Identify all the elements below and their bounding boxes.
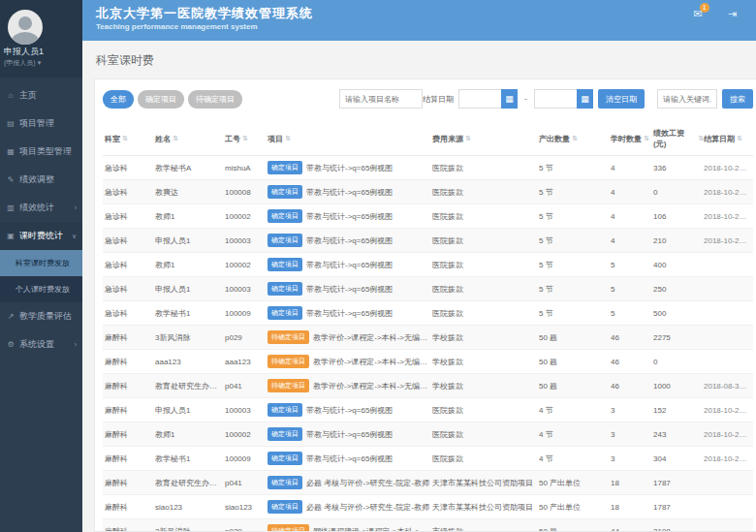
stats-icon: ▥ <box>6 203 16 212</box>
cell-source: 医院拨款 <box>432 308 539 319</box>
cell-pay: 250 <box>653 285 704 294</box>
sidebar-subitem[interactable]: 个人课时费发放 <box>0 276 82 302</box>
table-row[interactable]: 麻醉科 教师1 100002 确定项目 带教与统计->q=65例视图 医院拨款 … <box>103 422 753 447</box>
date-end-input[interactable] <box>534 89 577 109</box>
calendar-icon[interactable]: ▦ <box>501 89 518 109</box>
envelope-icon[interactable]: ✉1 <box>694 8 703 20</box>
search-button[interactable]: 搜索 <box>722 89 753 109</box>
sidebar-item-settings[interactable]: ⚙ 系统设置 › <box>0 330 82 359</box>
status-badge: 确定项目 <box>268 452 302 465</box>
clear-date-button[interactable]: 清空日期 <box>598 89 645 109</box>
sidebar-item-project[interactable]: ▤ 项目管理 <box>0 110 82 138</box>
cell-dept: 麻醉科 <box>105 454 155 464</box>
table-row[interactable]: 麻醉科 aaa123 aaa123 待确定项目 教学评价->课程定->本科->无… <box>103 350 753 374</box>
sidebar-item-adjust[interactable]: ✎ 绩效调整 <box>0 166 82 194</box>
table-row[interactable]: 麻醉科 siao123 siao123 确定项目 必题 考核与评价->研究生-院… <box>103 495 753 519</box>
cell-source: 医院拨款 <box>432 235 539 246</box>
date-start-input[interactable] <box>458 89 501 109</box>
sort-icon: ⇅ <box>465 135 471 142</box>
status-badge: 确定项目 <box>268 185 302 199</box>
cell-source: 天津市某某科技公司资助项目 <box>432 502 539 513</box>
avatar <box>8 10 43 45</box>
table-row[interactable]: 急诊科 教师1 100002 确定项目 带教与统计->q=65例视图 医院拨款 … <box>103 253 753 277</box>
cell-dept: 急诊科 <box>105 284 155 295</box>
table-row[interactable]: 麻醉科 教育处研究生办公室A p041 确定项目 必题 考核与评价->研究生-院… <box>103 471 753 495</box>
column-header[interactable]: 项目 ⇅ <box>268 134 432 144</box>
settings-icon: ⚙ <box>6 340 16 349</box>
sidebar-item-stats[interactable]: ▥ 绩效统计 › <box>0 194 82 222</box>
cell-project: 待确定项目 教学评价->课程定->本科->无编制人 <box>268 355 432 368</box>
sidebar-item-home[interactable]: ⌂ 主页 <box>0 81 82 110</box>
cell-source: 学校拨款 <box>432 381 539 391</box>
cell-employee-id: p041 <box>225 382 268 391</box>
user-panel[interactable]: 申报人员1 (申报人员) ▾ <box>0 0 82 78</box>
sidebar-item-fee-stats[interactable]: ▣ 课时费统计 ∨ <box>0 222 82 250</box>
calendar-icon[interactable]: ▦ <box>577 89 593 109</box>
table-row[interactable]: 急诊科 教师1 100002 确定项目 带教与统计->q=65例视图 医院拨款 … <box>103 204 753 229</box>
cell-name: 教育处研究生办公室A <box>155 478 225 488</box>
column-header[interactable]: 绩效工资(元) ⇅ <box>653 128 704 149</box>
cell-date: 2018-10-23 00:00:00 <box>704 406 751 415</box>
cell-name: 3新风消脉 <box>155 332 225 343</box>
column-header[interactable]: 费用来源 ⇅ <box>432 134 539 144</box>
column-header[interactable]: 学时数量 ⇅ <box>611 134 653 144</box>
table-row[interactable]: 麻醉科 3新风消脉 p029 待确定项目 网络课程建设->课程定->本科->学员… <box>103 519 753 532</box>
fee-table: 科室 ⇅ 姓名 ⇅ 工号 ⇅ 项目 ⇅ 费用来源 ⇅ 产出数量 ⇅ 学时数量 ⇅… <box>103 122 753 532</box>
cell-project: 待确定项目 教学评价->课程定->本科->无编制人 <box>268 379 432 392</box>
table-row[interactable]: 急诊科 教爽达 100008 确定项目 带教与统计->q=65例视图 医院拨款 … <box>103 180 753 204</box>
status-badge: 确定项目 <box>268 476 302 489</box>
cell-name: aaa123 <box>155 358 225 366</box>
column-header[interactable]: 工号 ⇅ <box>225 134 268 144</box>
filter-pill[interactable]: 待确定项目 <box>188 90 242 109</box>
status-badge: 确定项目 <box>268 234 302 247</box>
cell-source: 医院拨款 <box>432 454 539 464</box>
sidebar-subitem[interactable]: 科室课时费发放 <box>0 250 82 276</box>
filter-pill[interactable]: 全部 <box>103 90 134 109</box>
avatar-head-shape <box>18 16 32 30</box>
column-header[interactable]: 姓名 ⇅ <box>155 134 225 144</box>
cell-employee-id: aaa123 <box>225 358 268 366</box>
status-badge: 待确定项目 <box>268 524 309 532</box>
cell-hours: 46 <box>611 333 653 342</box>
table-row[interactable]: 麻醉科 申报人员1 100003 确定项目 带教与统计->q=65例视图 医院拨… <box>103 398 753 422</box>
cell-hours: 44 <box>611 527 653 532</box>
sidebar-item-quality[interactable]: ↗ 教学质量评估 <box>0 302 82 330</box>
table-row[interactable]: 急诊科 教学秘书A mishuA 确定项目 带教与统计->q=65例视图 医院拨… <box>103 156 753 180</box>
logout-icon[interactable]: ⇥ <box>728 8 737 20</box>
user-role[interactable]: (申报人员) ▾ <box>4 57 44 68</box>
cell-output: 5 节 <box>539 187 611 198</box>
table-row[interactable]: 麻醉科 教育处研究生办公室A p041 待确定项目 教学评价->课程定->本科-… <box>103 374 753 398</box>
filter-pill[interactable]: 确定项目 <box>138 90 184 109</box>
cell-source: 医院拨款 <box>432 211 539 222</box>
column-header[interactable]: 结算日期 ⇅ <box>704 134 751 144</box>
cell-pay: 1000 <box>653 382 704 391</box>
sidebar-item-project-type[interactable]: ▦ 项目类型管理 <box>0 138 82 166</box>
cell-project: 确定项目 带教与统计->q=65例视图 <box>268 161 432 174</box>
cell-dept: 麻醉科 <box>105 405 155 416</box>
table-header-row: 科室 ⇅ 姓名 ⇅ 工号 ⇅ 项目 ⇅ 费用来源 ⇅ 产出数量 ⇅ 学时数量 ⇅… <box>103 122 753 156</box>
cell-pay: 500 <box>653 309 704 318</box>
cell-name: 教师1 <box>155 260 225 270</box>
table-row[interactable]: 急诊科 申报人员1 100003 确定项目 带教与统计->q=65例视图 医院拨… <box>103 229 753 253</box>
cell-hours: 4 <box>611 164 653 172</box>
sidebar-menu: ⌂ 主页 ▤ 项目管理 ▦ 项目类型管理 ✎ 绩效调整 ▥ <box>0 78 82 532</box>
table-row[interactable]: 急诊科 教学秘书1 100009 确定项目 带教与统计->q=65例视图 医院拨… <box>103 301 753 326</box>
cell-employee-id: 100003 <box>225 406 268 415</box>
cell-dept: 麻醉科 <box>105 381 155 391</box>
cell-output: 4 节 <box>539 405 611 416</box>
column-header[interactable]: 产出数量 ⇅ <box>539 134 611 144</box>
cell-output: 5 节 <box>539 211 611 222</box>
table-row[interactable]: 急诊科 申报人员1 100003 确定项目 带教与统计->q=65例视图 医院拨… <box>103 277 753 301</box>
cell-employee-id: 100002 <box>225 212 268 221</box>
cell-pay: 0 <box>653 358 704 366</box>
cell-output: 50 题 <box>539 381 611 391</box>
project-icon: ▤ <box>6 119 16 128</box>
table-row[interactable]: 麻醉科 教学秘书1 100009 确定项目 带教与统计->q=65例视图 医院拨… <box>103 447 753 471</box>
keyword-input[interactable] <box>657 89 717 109</box>
project-name-input[interactable] <box>339 89 423 109</box>
column-header[interactable]: 科室 ⇅ <box>105 134 155 144</box>
table-row[interactable]: 麻醉科 3新风消脉 p029 待确定项目 教学评价->课程定->本科->无编制人… <box>103 326 753 350</box>
home-icon: ⌂ <box>6 91 16 100</box>
cell-source: 天津市某某科技公司资助项目 <box>432 478 539 488</box>
cell-date: 2018-10-23 00:00:00 <box>704 430 751 439</box>
